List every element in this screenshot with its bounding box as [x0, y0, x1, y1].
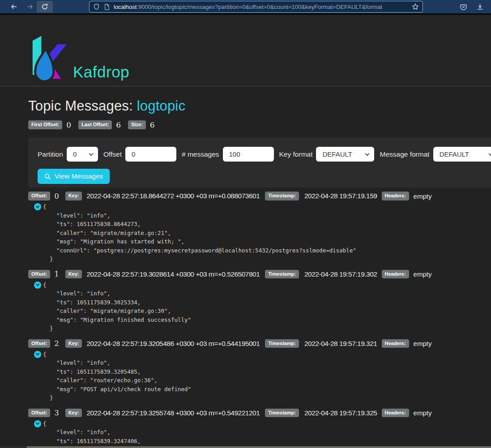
offset-value: 2 [54, 339, 59, 348]
forward-arrow-icon [26, 3, 34, 10]
horizontal-scrollbar-thumb[interactable] [27, 446, 491, 448]
key-format-select[interactable]: DEFAULT [316, 147, 374, 162]
topic-stats: First Offset: 0 Last Offset: 6 Size: 6 [28, 120, 491, 129]
bookmark-star-icon[interactable] [412, 3, 419, 10]
timestamp-value: 2022-04-28 19:57:19.302 [304, 270, 377, 278]
timestamp-badge: Timestamp: [265, 339, 299, 348]
collapse-toggle-icon[interactable] [34, 420, 41, 427]
collapse-toggle-icon[interactable] [34, 351, 41, 358]
headers-badge: Headers: [382, 270, 409, 278]
chevron-down-icon [89, 151, 93, 156]
key-format-label: Key format [279, 150, 313, 158]
timestamp-badge: Timestamp: [265, 270, 299, 278]
pocket-icon[interactable] [460, 3, 467, 11]
main-content: Topic Messages: logtopic First Offset: 0… [0, 98, 491, 445]
offset-input[interactable]: 0 [125, 147, 176, 162]
message-format-selected-value: DEFAULT [440, 150, 469, 158]
offset-badge: Offset: [28, 339, 50, 348]
first-offset-badge: First Offset: [28, 120, 62, 129]
offset-badge: Offset: [28, 192, 50, 200]
download-icon[interactable] [476, 3, 484, 11]
key-badge: Key: [65, 192, 82, 200]
message-format-select[interactable]: DEFAULT [433, 147, 491, 162]
num-messages-input[interactable]: 100 [223, 147, 274, 162]
topic-link[interactable]: logtopic [137, 98, 185, 114]
message-row: Offset: 1 Key: 2022-04-28 22:57:19.30286… [28, 270, 491, 333]
offset-value: 1 [54, 270, 59, 278]
reload-icon [41, 3, 48, 10]
url-host: localhost [114, 4, 137, 10]
num-messages-label: # messages [182, 150, 219, 158]
timestamp-value: 2022-04-28 19:57:19.321 [304, 340, 377, 348]
key-value: 2022-04-28 22:57:19.3205486 +0300 +03 m=… [86, 340, 260, 348]
last-offset-badge: Last Offset: [78, 120, 112, 129]
message-body: { "level": "info", "ts": 1651175839.3247… [28, 419, 491, 446]
browser-toolbar-icons [460, 0, 491, 13]
headers-value: empty [414, 409, 432, 417]
back-button[interactable] [9, 2, 19, 12]
logo-row: Kafdrop [28, 34, 129, 86]
key-value: 2022-04-28 22:57:19.3255748 +0300 +03 m=… [86, 409, 260, 417]
timestamp-value: 2022-04-28 19:57:19.159 [304, 192, 377, 200]
offset-value: 3 [54, 409, 59, 417]
shield-icon[interactable] [93, 3, 100, 10]
timestamp-badge: Timestamp: [265, 409, 299, 417]
message-header: Offset: 3 Key: 2022-04-28 22:57:19.32557… [28, 409, 491, 418]
offset-label: Offset [103, 150, 122, 158]
size-badge: Size: [128, 120, 146, 129]
key-value: 2022-04-28 22:57:19.3028614 +0300 +03 m=… [86, 270, 260, 278]
messages-list: Offset: 0 Key: 2022-04-28 22:57:18.86442… [28, 192, 491, 445]
collapse-toggle-icon[interactable] [34, 203, 41, 210]
page-icon[interactable] [104, 4, 110, 10]
reload-button[interactable] [37, 1, 53, 13]
url-text: localhost:9000/topic/logtopic/messages?p… [114, 4, 410, 10]
offset-badge: Offset: [28, 409, 50, 417]
headers-badge: Headers: [382, 192, 409, 200]
last-offset-value: 6 [116, 120, 121, 129]
message-json: { "level": "info", "ts": 1651175839.3247… [28, 419, 491, 446]
message-json: { "level": "info", "ts": 1651175839.3205… [28, 350, 491, 402]
partition-label: Partition [38, 150, 63, 158]
message-row: Offset: 0 Key: 2022-04-28 22:57:18.86442… [28, 192, 491, 264]
headers-value: empty [414, 340, 432, 347]
view-messages-button[interactable]: View Messages [38, 169, 110, 184]
url-bar[interactable]: localhost:9000/topic/logtopic/messages?p… [89, 1, 423, 13]
collapse-toggle-icon[interactable] [34, 282, 41, 289]
timestamp-badge: Timestamp: [265, 192, 299, 200]
partition-select[interactable]: 0 [67, 147, 98, 162]
search-icon [44, 173, 51, 180]
message-body: { "level": "info", "ts": 1651175838.8644… [28, 202, 491, 264]
key-badge: Key: [65, 270, 82, 278]
chevron-down-icon [488, 151, 491, 156]
view-messages-label: View Messages [55, 172, 103, 180]
url-fade [382, 2, 411, 12]
forward-button[interactable] [25, 2, 35, 12]
horizontal-scrollbar[interactable] [0, 446, 491, 448]
brand-title[interactable]: Kafdrop [73, 64, 129, 83]
message-format-label: Message format [380, 150, 429, 158]
app-header: Kafdrop [0, 15, 491, 86]
headers-value: empty [414, 270, 432, 278]
page-title: Topic Messages: logtopic [28, 98, 491, 114]
key-badge: Key: [65, 339, 82, 348]
partition-selected-value: 0 [73, 150, 77, 158]
kafdrop-window: localhost:9000/topic/logtopic/messages?p… [0, 0, 491, 448]
message-header: Offset: 2 Key: 2022-04-28 22:57:19.32054… [28, 339, 491, 348]
headers-badge: Headers: [382, 409, 409, 417]
title-text: Topic Messages: [28, 98, 137, 114]
offset-badge: Offset: [28, 270, 50, 278]
back-arrow-icon [10, 3, 18, 10]
browser-chrome: localhost:9000/topic/logtopic/messages?p… [0, 0, 491, 13]
headers-badge: Headers: [382, 339, 409, 348]
message-filter-panel: Partition 0 Offset 0 # messages 100 Key … [28, 137, 491, 188]
kafdrop-logo-icon[interactable] [28, 34, 68, 83]
headers-value: empty [414, 192, 432, 200]
timestamp-value: 2022-04-28 19:57:19.325 [304, 409, 377, 417]
key-format-selected-value: DEFAULT [322, 150, 352, 158]
message-body: { "level": "info", "ts": 1651175839.3025… [28, 281, 491, 333]
message-row: Offset: 3 Key: 2022-04-28 22:57:19.32557… [28, 409, 491, 446]
key-value: 2022-04-28 22:57:18.8644272 +0300 +03 m=… [86, 192, 260, 200]
message-row: Offset: 2 Key: 2022-04-28 22:57:19.32054… [28, 339, 491, 402]
size-value: 6 [150, 120, 155, 129]
offset-value: 0 [54, 192, 59, 201]
